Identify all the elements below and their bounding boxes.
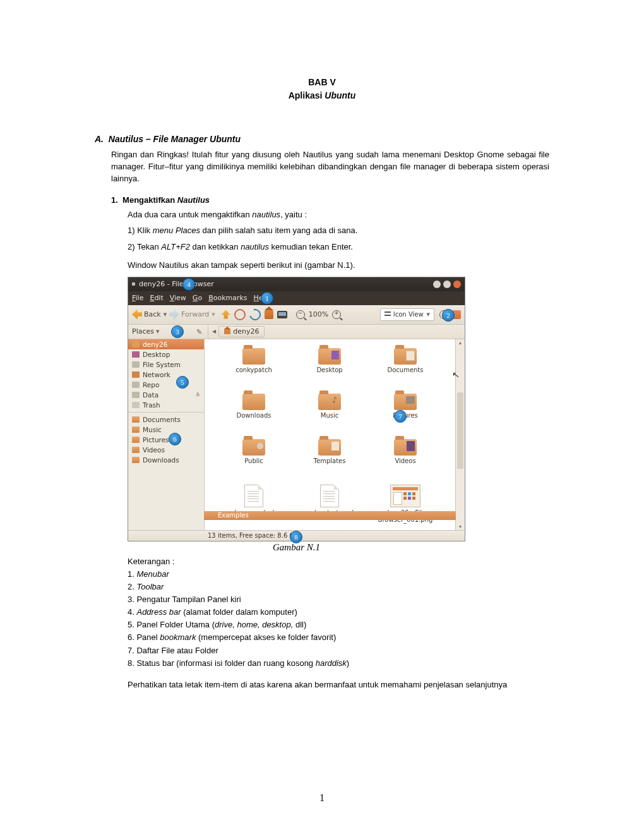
menu-view[interactable]: View (170, 294, 186, 302)
forward-button[interactable]: Forward▼ (169, 310, 215, 320)
legend-item: 3. Pengatur Tampilan Panel kiri (128, 593, 549, 606)
callout-1: 1 (261, 292, 273, 305)
toolbar: Back▼ Forward▼ 100% Icon View ▼ (128, 305, 465, 325)
file-icon (320, 485, 339, 507)
location-row: Places▼ 3 ◀ deny26 4 (128, 325, 465, 339)
reload-button[interactable] (247, 306, 263, 322)
legend: Keterangan : 1. Menubar2. Toolbar3. Peng… (128, 555, 549, 670)
menubar: File Edit View Go Bookmarks Help 1 (128, 291, 465, 305)
zoom-in-button[interactable] (332, 310, 341, 319)
legend-item: 2. Toolbar (128, 581, 549, 593)
sidebar-bookmark-music[interactable]: Music (128, 425, 204, 435)
section-a-heading: A. Nautilus – File Manager Ubuntu (95, 134, 549, 144)
close-button[interactable] (453, 281, 461, 288)
nautilus-screenshot: deny26 - File Browser File Edit View Go … (128, 277, 465, 541)
folder-icon (318, 394, 341, 410)
callout-4: 4 (182, 278, 195, 291)
computer-button[interactable] (277, 311, 287, 318)
closing-paragraph: Perhatikan tata letak item-item di atas … (128, 679, 549, 691)
subsection-1-body: Ada dua cara untuk mengaktifkan nautilus… (128, 208, 549, 272)
folder-icon (318, 439, 341, 456)
sidebar-bookmark-documents[interactable]: Documents (128, 414, 204, 425)
file-item[interactable]: deny26 - File Browser_001.png (367, 485, 443, 526)
sidebar-item-repo[interactable]: Repo (128, 380, 204, 390)
desk-icon (132, 351, 140, 358)
file-item[interactable]: Desktop (292, 348, 367, 390)
drive-icon (132, 392, 140, 398)
file-item[interactable]: Videos (367, 439, 443, 481)
file-item[interactable]: Templates (292, 439, 367, 481)
window-title: deny26 - File Browser (139, 280, 214, 288)
subsection-1-heading: 1. Mengaktifkan Nautilus (111, 195, 549, 205)
menu-go[interactable]: Go (193, 294, 202, 302)
eject-icon[interactable]: ≜ (195, 392, 200, 398)
window-titlebar: deny26 - File Browser (128, 277, 465, 291)
folder-icon (242, 348, 265, 365)
trash-icon (132, 402, 140, 408)
legend-item: 4. Address bar (alamat folder dalam komp… (128, 606, 549, 619)
sidebar-item-desktop[interactable]: Desktop (128, 349, 204, 360)
folder-icon (132, 426, 140, 433)
menu-bookmarks[interactable]: Bookmarks (208, 294, 247, 302)
path-scroll-left[interactable]: ◀ (212, 329, 216, 334)
places-header[interactable]: Places▼ 3 (128, 325, 208, 339)
section-a-intro: Ringan dan Ringkas! Itulah fitur yang di… (111, 149, 549, 185)
folder-icon (394, 348, 417, 365)
home-icon (224, 329, 230, 334)
home-icon (132, 341, 140, 348)
breadcrumb-home[interactable]: deny26 (218, 326, 265, 337)
home-button[interactable] (265, 310, 273, 319)
file-item[interactable]: Music (292, 394, 367, 435)
page-number: 1 (0, 792, 644, 804)
file-icon (244, 485, 263, 507)
vertical-scrollbar[interactable]: ▴ ▾ (455, 339, 465, 530)
legend-item: 1. Menubar (128, 568, 549, 581)
sidebar-item-deny26[interactable]: deny26 (128, 339, 204, 349)
file-item[interactable]: conkypatch (216, 348, 292, 390)
window-body: deny26DesktopFile SystemNetworkRepoData≜… (128, 339, 465, 530)
forward-icon (169, 310, 179, 320)
file-item[interactable]: Public (216, 439, 292, 481)
legend-item: 5. Panel Folder Utama (drive, home, desk… (128, 619, 549, 631)
minimize-button[interactable] (433, 281, 441, 288)
folder-icon (318, 348, 341, 365)
folder-icon (132, 437, 140, 443)
file-item[interactable]: conky-startup.sh (292, 485, 367, 526)
callout-7: 7 (394, 410, 407, 423)
edit-path-icon[interactable] (196, 328, 204, 335)
folder-icon (394, 439, 417, 456)
view-mode-selector[interactable]: Icon View ▼ (380, 308, 434, 321)
folder-icon (394, 394, 417, 410)
sidebar-item-trash[interactable]: Trash (128, 400, 204, 410)
folder-icon (132, 457, 140, 463)
sidebar-item-network[interactable]: Network (128, 370, 204, 380)
callout-3: 3 (171, 325, 184, 338)
legend-item: 8. Status bar (informasi isi folder dan … (128, 657, 549, 670)
legend-item: 7. Daftar File atau Folder (128, 644, 549, 657)
file-grid: conkypatchDesktopDocumentsDownloadsMusic… (205, 339, 465, 530)
sidebar-item-data[interactable]: Data≜ (128, 390, 204, 400)
file-item[interactable]: change splash (216, 485, 292, 526)
sidebar-bookmark-downloads[interactable]: Downloads (128, 455, 204, 465)
sidebar-bookmark-pictures[interactable]: Pictures (128, 435, 204, 445)
chapter-number: BAB V (308, 77, 336, 87)
sidebar-bookmark-videos[interactable]: Videos (128, 445, 204, 455)
back-icon (132, 310, 142, 320)
maximize-button[interactable] (443, 281, 451, 288)
zoom-level: 100% (309, 310, 328, 318)
zoom-out-button[interactable] (296, 310, 305, 319)
image-thumbnail-icon (390, 485, 420, 507)
sidebar-item-file-system[interactable]: File System (128, 360, 204, 370)
back-button[interactable]: Back▼ (132, 310, 167, 320)
legend-item: 6. Panel bookmark (mempercepat akses ke … (128, 631, 549, 644)
up-button[interactable] (222, 310, 230, 319)
menu-file[interactable]: File (132, 294, 143, 302)
menu-edit[interactable]: Edit (150, 294, 163, 302)
file-item[interactable]: Downloads (216, 394, 292, 435)
folder-icon (242, 439, 265, 456)
file-item[interactable]: Documents (367, 348, 443, 390)
stop-button[interactable] (234, 309, 246, 320)
drive-icon (132, 382, 140, 388)
callout-8: 8 (290, 531, 302, 543)
icon-view-icon (385, 311, 391, 318)
